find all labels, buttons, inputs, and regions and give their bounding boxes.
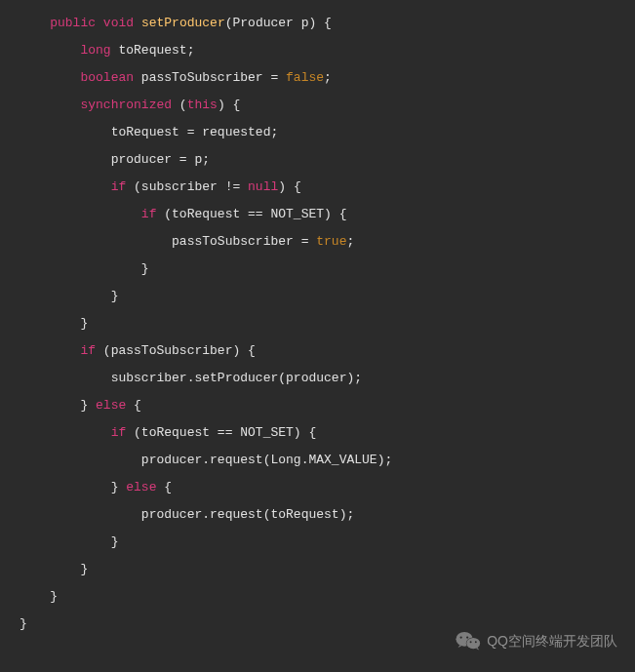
code-text: toRequest = requested; <box>111 125 279 139</box>
keyword-true: true <box>316 234 346 249</box>
keyword-if: if <box>80 343 96 358</box>
code-block: public void setProducer(Producer p) { lo… <box>20 10 635 638</box>
code-line: boolean passToSubscriber = false; <box>20 64 635 92</box>
code-line: producer.request(Long.MAX_VALUE); <box>20 447 635 474</box>
code-text: ) { <box>278 179 300 194</box>
code-line: } else { <box>20 392 635 419</box>
code-text: producer.request(Long.MAX_VALUE); <box>141 453 392 467</box>
code-line: synchronized (this) { <box>20 92 635 119</box>
code-line: } <box>20 310 635 337</box>
code-line: } <box>20 556 635 583</box>
wechat-icon <box>456 630 481 652</box>
keyword-else: else <box>96 398 126 413</box>
code-line: if (passToSubscriber) { <box>20 337 635 365</box>
code-line: producer = p; <box>20 146 635 174</box>
keyword-this: this <box>187 98 218 112</box>
keyword-if: if <box>111 425 127 440</box>
svg-point-6 <box>475 641 477 643</box>
code-line: toRequest = requested; <box>20 119 635 146</box>
keyword-synchronized: synchronized <box>80 98 172 112</box>
code-line: subscriber.setProducer(producer); <box>20 365 635 392</box>
keyword-public: public <box>50 16 96 30</box>
keyword-else: else <box>126 480 156 494</box>
code-text: } <box>80 398 96 413</box>
code-line: long toRequest; <box>20 37 635 64</box>
code-text: (passToSubscriber) { <box>96 343 256 358</box>
code-text: ; <box>346 234 354 249</box>
code-text: ) { <box>218 98 240 112</box>
code-text: } <box>111 480 127 494</box>
watermark-text: QQ空间终端开发团队 <box>487 627 617 654</box>
code-text: } <box>111 534 119 549</box>
code-text: (subscriber != <box>126 179 248 194</box>
code-line: passToSubscriber = true; <box>20 228 635 256</box>
keyword-long: long <box>80 43 110 58</box>
code-text: (toRequest == NOT_SET) { <box>156 207 346 221</box>
keyword-boolean: boolean <box>80 70 134 85</box>
code-line: producer.request(toRequest); <box>20 501 635 529</box>
code-line: if (toRequest == NOT_SET) { <box>20 201 635 228</box>
code-text: } <box>141 261 149 276</box>
code-line: if (subscriber != null) { <box>20 174 635 201</box>
code-line: if (toRequest == NOT_SET) { <box>20 419 635 447</box>
keyword-null: null <box>248 179 278 194</box>
keyword-false: false <box>286 70 324 85</box>
code-text: subscriber.setProducer(producer); <box>111 371 362 385</box>
code-text: passToSubscriber = <box>172 234 316 249</box>
svg-point-2 <box>466 638 480 649</box>
method-name: setProducer <box>141 16 225 30</box>
code-text: (toRequest == NOT_SET) { <box>126 425 316 440</box>
keyword-if: if <box>141 207 157 221</box>
code-line: public void setProducer(Producer p) { <box>20 10 635 37</box>
code-text: passToSubscriber = <box>134 70 286 85</box>
code-text: producer.request(toRequest); <box>141 507 354 522</box>
code-line: } <box>20 256 635 283</box>
code-text: { <box>156 480 172 494</box>
keyword-if: if <box>111 179 127 194</box>
svg-point-4 <box>466 636 468 638</box>
svg-point-3 <box>460 636 462 638</box>
code-text: (Producer p) { <box>225 16 332 30</box>
code-text: ; <box>324 70 332 85</box>
svg-point-5 <box>470 641 472 643</box>
code-text: toRequest; <box>111 43 195 58</box>
code-text: } <box>80 316 88 331</box>
code-text: } <box>111 289 119 303</box>
code-text: { <box>126 398 141 413</box>
code-text: ( <box>172 98 187 112</box>
watermark: QQ空间终端开发团队 <box>456 627 617 654</box>
code-line: } <box>20 529 635 556</box>
code-text: } <box>50 589 58 604</box>
keyword-void: void <box>103 16 134 30</box>
code-line: } <box>20 283 635 310</box>
code-line: } else { <box>20 474 635 501</box>
code-text: producer = p; <box>111 152 210 167</box>
code-text: } <box>20 616 27 631</box>
code-text: } <box>80 562 88 576</box>
code-line: } <box>20 583 635 611</box>
